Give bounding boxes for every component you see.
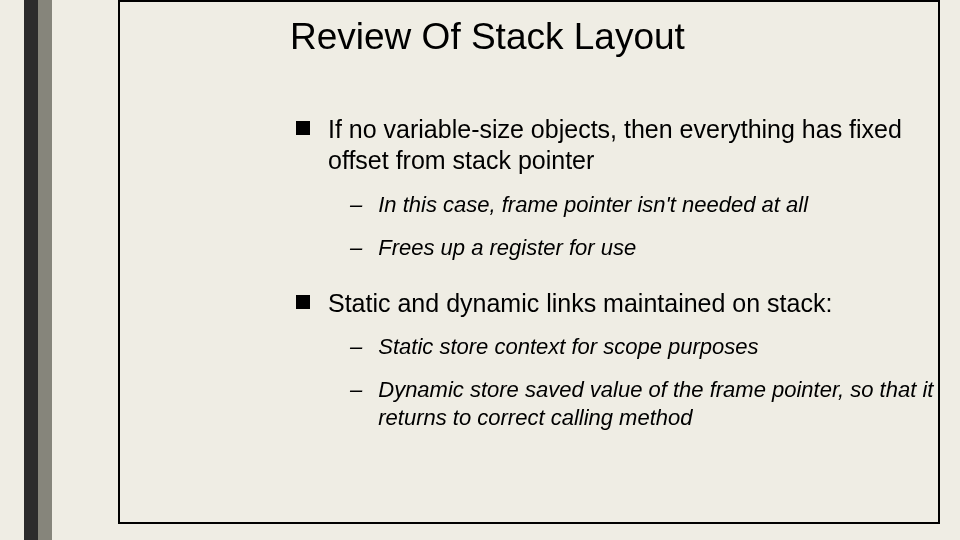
dash-bullet-icon: – (350, 234, 362, 262)
left-stripe-dark (24, 0, 38, 540)
bullet-text: Frees up a register for use (378, 234, 636, 262)
dash-bullet-icon: – (350, 376, 362, 404)
bullet-text: In this case, frame pointer isn't needed… (378, 191, 808, 219)
square-bullet-icon (296, 295, 310, 309)
bullet-level2: – In this case, frame pointer isn't need… (350, 191, 960, 219)
left-stripe-light (38, 0, 52, 540)
slide-title: Review Of Stack Layout (290, 16, 685, 58)
bullet-text: Static store context for scope purposes (378, 333, 758, 361)
bullet-level2: – Static store context for scope purpose… (350, 333, 960, 361)
bullet-level2: – Frees up a register for use (350, 234, 960, 262)
slide-content: If no variable-size objects, then everyt… (296, 114, 960, 447)
dash-bullet-icon: – (350, 191, 362, 219)
square-bullet-icon (296, 121, 310, 135)
bullet-text: If no variable-size objects, then everyt… (328, 114, 958, 177)
bullet-text: Static and dynamic links maintained on s… (328, 288, 832, 319)
dash-bullet-icon: – (350, 333, 362, 361)
bullet-level2: – Dynamic store saved value of the frame… (350, 376, 960, 431)
bullet-text: Dynamic store saved value of the frame p… (378, 376, 938, 431)
bullet-level1: Static and dynamic links maintained on s… (296, 288, 960, 319)
bullet-level1: If no variable-size objects, then everyt… (296, 114, 960, 177)
slide-frame: Review Of Stack Layout If no variable-si… (118, 0, 940, 524)
